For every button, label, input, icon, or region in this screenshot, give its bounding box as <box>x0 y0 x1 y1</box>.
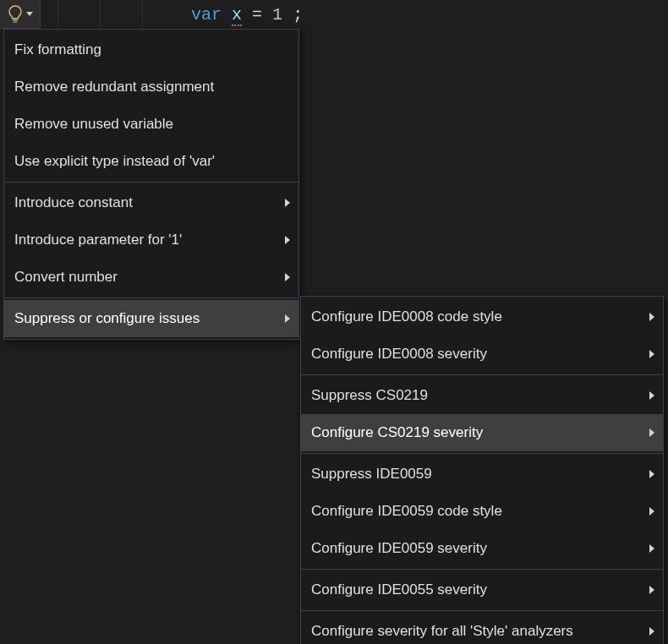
menu-item-label: Configure IDE0059 severity <box>311 540 487 557</box>
menu-item-label: Use explicit type instead of 'var' <box>14 153 215 170</box>
menu-separator <box>4 297 298 298</box>
submenu-item-configure-ide0059-severity[interactable]: Configure IDE0059 severity <box>301 530 663 567</box>
menu-item-label: Configure IDE0008 code style <box>311 308 502 325</box>
menu-item-remove-unused-variable[interactable]: Remove unused variable <box>4 106 298 143</box>
chevron-right-icon <box>285 236 290 244</box>
menu-item-label: Configure IDE0008 severity <box>311 346 487 363</box>
svg-rect-0 <box>13 19 18 21</box>
code-editor[interactable]: var x = 1 ; <box>41 0 668 29</box>
menu-item-label: Introduce parameter for '1' <box>14 232 182 248</box>
menu-item-label: Configure severity for all 'Style' analy… <box>311 623 573 640</box>
code-semicolon: ; <box>293 5 303 25</box>
code-line: var x = 1 ; <box>49 5 303 25</box>
svg-rect-1 <box>13 21 17 23</box>
menu-item-label: Remove unused variable <box>14 116 173 133</box>
lightbulb-icon <box>8 5 23 24</box>
submenu-item-suppress-ide0059[interactable]: Suppress IDE0059 <box>301 456 663 493</box>
chevron-right-icon <box>649 586 654 594</box>
menu-item-label: Suppress CS0219 <box>311 387 428 404</box>
chevron-right-icon <box>285 314 290 323</box>
chevron-right-icon <box>649 627 654 636</box>
menu-item-label: Configure IDE0059 code style <box>311 503 502 520</box>
chevron-right-icon <box>649 544 654 553</box>
menu-item-label: Configure CS0219 severity <box>311 424 483 441</box>
submenu-item-configure-ide0008-code-style[interactable]: Configure IDE0008 code style <box>301 298 663 336</box>
chevron-right-icon <box>285 199 290 207</box>
suppress-configure-submenu: Configure IDE0008 code styleConfigure ID… <box>300 296 664 644</box>
menu-separator <box>4 182 298 183</box>
submenu-item-configure-ide0059-code-style[interactable]: Configure IDE0059 code style <box>301 493 663 530</box>
menu-item-introduce-parameter-for-1[interactable]: Introduce parameter for '1' <box>4 221 298 259</box>
chevron-right-icon <box>649 470 654 478</box>
chevron-right-icon <box>649 313 654 321</box>
menu-item-label: Introduce constant <box>14 194 133 211</box>
code-keyword: var <box>191 5 222 25</box>
chevron-right-icon <box>649 391 654 400</box>
menu-item-suppress-or-configure-issues[interactable]: Suppress or configure issues <box>4 300 298 337</box>
chevron-right-icon <box>285 273 290 281</box>
menu-separator <box>301 569 663 570</box>
menu-item-label: Suppress or configure issues <box>14 310 200 327</box>
menu-item-label: Suppress IDE0059 <box>311 466 432 483</box>
menu-item-convert-number[interactable]: Convert number <box>4 259 298 296</box>
code-variable: x <box>232 5 242 26</box>
menu-item-remove-redundant-assignment[interactable]: Remove redundant assignment <box>4 68 298 106</box>
submenu-item-configure-ide0008-severity[interactable]: Configure IDE0008 severity <box>301 336 663 373</box>
menu-item-label: Convert number <box>14 269 118 286</box>
menu-item-fix-formatting[interactable]: Fix formatting <box>4 31 298 68</box>
menu-item-label: Configure IDE0055 severity <box>311 581 487 598</box>
submenu-item-configure-ide0055-severity[interactable]: Configure IDE0055 severity <box>301 571 663 609</box>
submenu-item-configure-cs0219-severity[interactable]: Configure CS0219 severity <box>301 414 663 451</box>
submenu-item-configure-severity-for-all-style-analyzers[interactable]: Configure severity for all 'Style' analy… <box>301 613 663 644</box>
chevron-right-icon <box>649 507 654 516</box>
menu-item-use-explicit-type-instead-of-var[interactable]: Use explicit type instead of 'var' <box>4 143 298 180</box>
menu-separator <box>301 453 663 454</box>
chevron-right-icon <box>649 428 654 437</box>
code-equals: = <box>252 5 262 25</box>
menu-separator <box>301 610 663 611</box>
chevron-down-icon <box>26 12 33 16</box>
menu-item-label: Fix formatting <box>14 41 101 58</box>
chevron-right-icon <box>649 350 654 358</box>
code-number: 1 <box>272 5 282 25</box>
menu-item-introduce-constant[interactable]: Introduce constant <box>4 184 298 221</box>
menu-item-label: Remove redundant assignment <box>14 79 214 96</box>
quick-actions-button[interactable] <box>0 0 41 29</box>
quick-actions-menu: Fix formattingRemove redundant assignmen… <box>3 29 299 340</box>
submenu-item-suppress-cs0219[interactable]: Suppress CS0219 <box>301 377 663 414</box>
menu-separator <box>301 374 663 375</box>
